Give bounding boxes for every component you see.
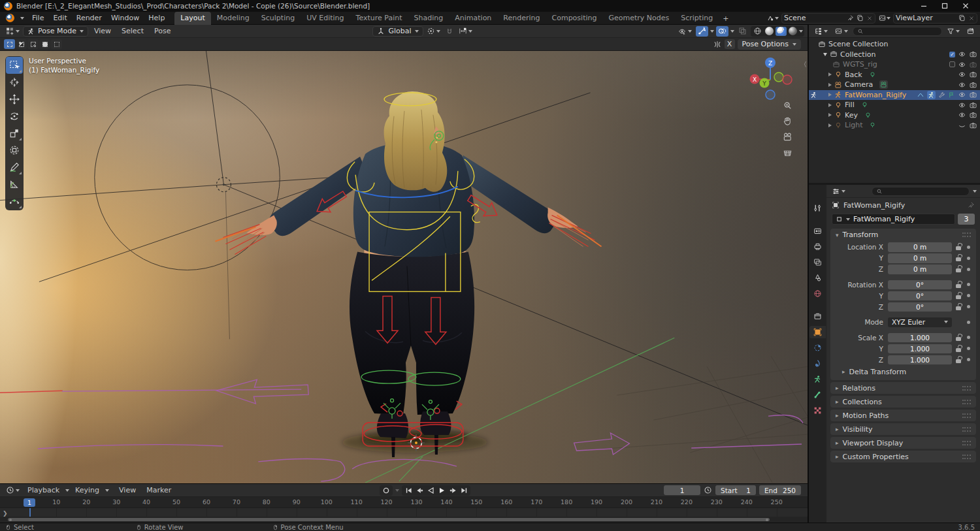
expand-icon[interactable] (828, 72, 832, 76)
tool-cursor[interactable] (6, 74, 23, 91)
disable-render-icon[interactable] (969, 111, 977, 119)
disable-render-icon[interactable] (969, 91, 977, 99)
menu-render[interactable]: Render (72, 13, 106, 23)
tab-scripting[interactable]: Scripting (675, 12, 719, 25)
hide-viewport-icon[interactable] (958, 71, 966, 78)
play-reverse-button[interactable] (425, 486, 436, 495)
tool-annotate[interactable] (6, 159, 23, 176)
lock-icon[interactable] (955, 345, 962, 353)
object-name-field[interactable]: FatWoman_Rigify (832, 214, 955, 225)
shading-solid-button[interactable] (764, 27, 775, 36)
hide-viewport-icon[interactable] (958, 101, 966, 109)
timeline-scrollbar[interactable] (8, 518, 770, 521)
animate-dot[interactable] (967, 246, 970, 249)
animate-dot[interactable] (967, 321, 970, 324)
scene-id-block[interactable]: Scene (781, 13, 875, 24)
viewport-display-panel[interactable]: ▸Viewport Display (830, 437, 976, 449)
disable-render-icon[interactable] (969, 121, 977, 129)
location-z-field[interactable]: 0 m (888, 265, 952, 274)
tab-sculpting[interactable]: Sculpting (255, 12, 301, 25)
jump-to-start-button[interactable] (403, 486, 414, 495)
close-button[interactable] (955, 0, 976, 12)
prev-keyframe-button[interactable] (414, 486, 425, 495)
new-collection-button[interactable] (964, 26, 977, 37)
tool-rotate[interactable] (6, 108, 23, 125)
zoom-button[interactable] (781, 99, 793, 111)
navigation-gizmo[interactable]: Z X Y (746, 54, 794, 101)
menu-keying[interactable]: Keying (71, 485, 104, 495)
auto-keying-toggle[interactable] (381, 486, 391, 495)
tab-layout[interactable]: Layout (174, 12, 210, 25)
tool-move[interactable] (6, 91, 23, 108)
outliner-row-fatwoman-rigify[interactable]: FatWoman_Rigify (809, 90, 980, 101)
hide-viewport-icon[interactable] (958, 81, 966, 89)
tab-world[interactable] (809, 287, 826, 300)
outliner-row-collection[interactable]: Collection ✓ (809, 50, 980, 60)
users-count-button[interactable]: 3 (958, 214, 975, 225)
scale-x-field[interactable]: 1.000 (888, 333, 952, 343)
tab-tool[interactable] (809, 202, 826, 214)
lock-icon[interactable] (955, 243, 962, 251)
pivot-point-button[interactable] (425, 26, 442, 37)
panel-grip-icon[interactable] (962, 233, 971, 237)
scale-z-field[interactable]: 1.000 (888, 355, 952, 365)
menu-marker[interactable]: Marker (142, 485, 176, 495)
outliner-display-mode-button[interactable] (812, 26, 830, 37)
outliner-row-wgts-rig[interactable]: WGTS_rig (809, 59, 980, 70)
animate-dot[interactable] (967, 268, 970, 271)
outliner-row-key-light[interactable]: Key (809, 110, 980, 121)
minimize-button[interactable] (913, 0, 934, 12)
disable-render-icon[interactable] (969, 71, 977, 78)
menu-playback[interactable]: Playback (23, 485, 64, 495)
menu-pose[interactable]: Pose (150, 26, 175, 36)
collection-checkbox[interactable]: ✓ (949, 52, 955, 57)
lock-icon[interactable] (955, 265, 962, 273)
viewlayer-id-block[interactable]: ViewLayer (893, 13, 977, 24)
timeline-channel-expander[interactable]: ❯ (3, 510, 8, 517)
expand-open-icon[interactable] (823, 53, 827, 56)
animate-dot[interactable] (967, 358, 970, 361)
new-scene-button[interactable] (857, 14, 864, 22)
disable-render-icon[interactable] (969, 61, 977, 69)
animate-dot[interactable] (967, 347, 970, 350)
lock-icon[interactable] (955, 254, 962, 262)
pin-id-icon[interactable] (967, 201, 975, 209)
current-frame-badge[interactable]: 1 (24, 498, 35, 507)
location-x-field[interactable]: 0 m (888, 242, 952, 252)
outliner-row-scene-collection[interactable]: Scene Collection (809, 39, 980, 50)
delta-transform-subpanel[interactable]: ▸Delta Transform (830, 366, 976, 378)
animate-dot[interactable] (967, 294, 970, 297)
rotation-y-field[interactable]: 0° (888, 291, 952, 301)
menu-tl-view[interactable]: View (114, 485, 140, 495)
playhead-line[interactable] (29, 508, 31, 517)
scale-y-field[interactable]: 1.000 (888, 344, 952, 354)
animate-dot[interactable] (967, 257, 970, 260)
timeline-track[interactable]: ❯ (0, 508, 808, 517)
lock-icon[interactable] (955, 303, 962, 311)
shading-rendered-button[interactable] (787, 27, 798, 36)
viewlayer-browse-button[interactable] (878, 14, 890, 22)
mode-selector[interactable]: Pose Mode (23, 26, 88, 37)
panel-grip-icon[interactable] (962, 427, 971, 432)
expand-icon[interactable] (828, 83, 832, 87)
gizmos-toggle[interactable] (696, 26, 708, 37)
viewport-3d[interactable]: User Perspective (1) FatWoman_Rigify (0, 51, 808, 483)
tool-transform[interactable] (6, 142, 23, 159)
panel-grip-icon[interactable] (962, 413, 971, 418)
shading-material-button[interactable] (776, 27, 787, 36)
tool-pose-breakdowner[interactable] (6, 193, 23, 210)
menu-edit[interactable]: Edit (48, 13, 71, 23)
tab-object[interactable] (809, 326, 826, 338)
tab-geometry-nodes[interactable]: Geometry Nodes (602, 12, 675, 25)
lock-icon[interactable] (955, 292, 962, 300)
select-mode-intersect-button[interactable] (51, 39, 62, 49)
lock-icon[interactable] (955, 281, 962, 289)
mirror-x-button[interactable]: X (725, 39, 735, 49)
menu-file[interactable]: File (27, 13, 48, 23)
hide-viewport-icon[interactable] (958, 50, 966, 58)
gizmo-x-neg-axis[interactable] (783, 75, 792, 84)
pan-button[interactable] (781, 115, 793, 127)
collections-panel[interactable]: ▸Collections (830, 396, 976, 408)
properties-options-icon[interactable] (973, 190, 977, 193)
camera-view-button[interactable] (781, 131, 793, 142)
